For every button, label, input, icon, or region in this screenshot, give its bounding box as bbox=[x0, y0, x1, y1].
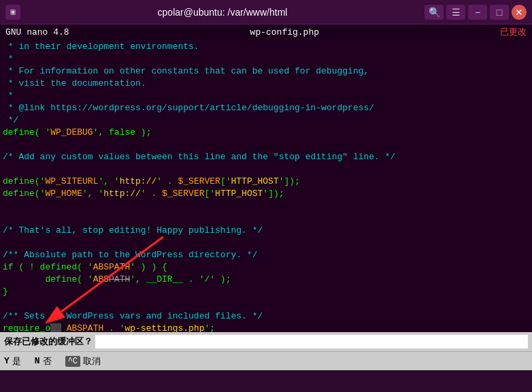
terminal-icon: ▣ bbox=[5, 5, 20, 20]
title-bar: ▣ cpolar@ubuntu: /var/www/html 🔍 ☰ − □ ✕ bbox=[0, 0, 532, 24]
maximize-button[interactable]: □ bbox=[490, 5, 509, 20]
minimize-button[interactable]: − bbox=[468, 5, 487, 20]
yes-key: Y bbox=[4, 356, 10, 366]
no-key: N bbox=[35, 356, 40, 366]
nano-modified: 已更改 bbox=[500, 26, 527, 38]
blank-line bbox=[3, 200, 529, 212]
code-line: define('WP_SITEURL', 'http://' . $_SERVE… bbox=[3, 176, 529, 188]
code-line: * bbox=[3, 90, 529, 102]
code-line: * visit the documentation. bbox=[3, 78, 529, 90]
menu-button[interactable]: ☰ bbox=[446, 5, 465, 20]
prompt-input[interactable] bbox=[95, 335, 528, 348]
code-line: require_one ABSPATH . 'wp-settings.php'; bbox=[3, 323, 529, 332]
blank-line bbox=[3, 212, 529, 225]
option-yes[interactable]: Y 是 bbox=[4, 355, 21, 368]
yes-label: 是 bbox=[12, 355, 21, 368]
options-bar: Y 是 N 否 ^C 取消 bbox=[0, 351, 532, 370]
no-label: 否 bbox=[43, 355, 52, 368]
cancel-ctrl: ^C bbox=[65, 356, 80, 367]
code-line: define('WP_HOME', 'http://' . $_SERVER['… bbox=[3, 188, 529, 200]
blank-line bbox=[3, 298, 529, 310]
option-no[interactable]: N 否 bbox=[35, 355, 52, 368]
code-line: /** Sets up WordPress vars and included … bbox=[3, 310, 529, 323]
close-button[interactable]: ✕ bbox=[512, 5, 527, 20]
blank-line bbox=[3, 139, 529, 151]
code-line: if ( ! defined( 'ABSPATH' ) ) { bbox=[3, 261, 529, 274]
blank-line bbox=[3, 237, 529, 249]
code-area: * in their development environments. * *… bbox=[0, 39, 532, 332]
cancel-label: 取消 bbox=[83, 355, 101, 368]
title-bar-controls: 🔍 ☰ − □ ✕ bbox=[425, 5, 527, 20]
code-line: * For information on other constants tha… bbox=[3, 65, 529, 78]
nano-version: GNU nano 4.8 bbox=[5, 27, 69, 37]
prompt-text: 保存已修改的缓冲区？ bbox=[4, 336, 93, 348]
nano-status-bar: GNU nano 4.8 wp-config.php 已更改 bbox=[0, 24, 532, 39]
code-line: define( 'WP_DEBUG', false ); bbox=[3, 127, 529, 139]
window-title: cpolar@ubuntu: /var/www/html bbox=[158, 7, 288, 18]
code-line: /* That's all, stop editing! Happy publi… bbox=[3, 225, 529, 237]
search-button[interactable]: 🔍 bbox=[425, 5, 444, 20]
code-line: define( 'ABSPATH', __DIR__ . '/' ); bbox=[3, 274, 529, 286]
prompt-area: 保存已修改的缓冲区？ bbox=[0, 332, 532, 351]
option-cancel[interactable]: ^C 取消 bbox=[65, 355, 101, 368]
code-line: /* Add any custom values between this li… bbox=[3, 151, 529, 163]
title-bar-left: ▣ bbox=[5, 5, 20, 20]
code-line: */ bbox=[3, 114, 529, 127]
code-line: } bbox=[3, 286, 529, 298]
code-line: * in their development environments. bbox=[3, 41, 529, 53]
nano-filename: wp-config.php bbox=[250, 27, 319, 37]
code-line: * @link https://wordpress.org/support/ar… bbox=[3, 102, 529, 114]
code-line: /** Absolute path to the WordPress direc… bbox=[3, 249, 529, 261]
blank-line bbox=[3, 163, 529, 176]
code-line: * bbox=[3, 53, 529, 65]
